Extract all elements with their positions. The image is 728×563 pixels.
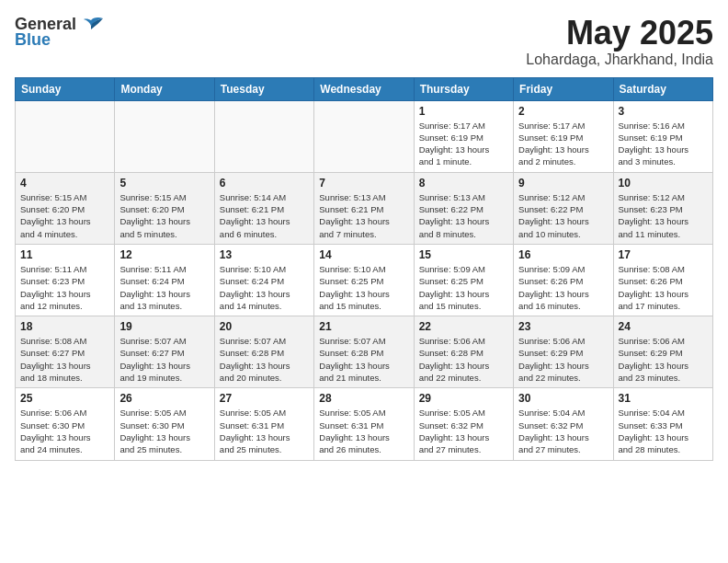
weekday-header-sunday: Sunday — [16, 77, 115, 100]
weekday-header-saturday: Saturday — [613, 77, 712, 100]
day-cell-11: 11Sunrise: 5:11 AMSunset: 6:23 PMDayligh… — [16, 244, 115, 316]
day-info: Sunrise: 5:14 AMSunset: 6:21 PMDaylight:… — [220, 191, 309, 240]
day-number: 31 — [619, 392, 708, 405]
week-row-2: 4Sunrise: 5:15 AMSunset: 6:20 PMDaylight… — [16, 172, 713, 244]
day-number: 11 — [20, 248, 109, 261]
day-info: Sunrise: 5:04 AMSunset: 6:32 PMDaylight:… — [518, 407, 608, 455]
day-number: 18 — [20, 320, 109, 333]
day-cell-15: 15Sunrise: 5:09 AMSunset: 6:25 PMDayligh… — [414, 244, 513, 316]
day-info: Sunrise: 5:12 AMSunset: 6:23 PMDaylight:… — [619, 191, 708, 240]
day-number: 15 — [419, 248, 508, 261]
weekday-header-wednesday: Wednesday — [314, 77, 414, 100]
day-cell-31: 31Sunrise: 5:04 AMSunset: 6:33 PMDayligh… — [613, 388, 712, 460]
day-number: 29 — [419, 392, 508, 405]
empty-cell — [16, 100, 115, 172]
location-title: Lohardaga, Jharkhand, India — [526, 52, 713, 68]
day-number: 23 — [518, 320, 608, 333]
empty-cell — [314, 100, 414, 172]
day-cell-12: 12Sunrise: 5:11 AMSunset: 6:24 PMDayligh… — [115, 244, 214, 316]
day-info: Sunrise: 5:07 AMSunset: 6:27 PMDaylight:… — [119, 335, 209, 384]
weekday-header-monday: Monday — [115, 77, 214, 100]
day-cell-23: 23Sunrise: 5:06 AMSunset: 6:29 PMDayligh… — [514, 316, 613, 388]
day-info: Sunrise: 5:06 AMSunset: 6:28 PMDaylight:… — [419, 335, 508, 384]
day-number: 16 — [518, 248, 608, 261]
day-number: 26 — [119, 392, 209, 405]
day-number: 13 — [220, 248, 309, 261]
day-cell-26: 26Sunrise: 5:05 AMSunset: 6:30 PMDayligh… — [115, 388, 214, 460]
day-cell-19: 19Sunrise: 5:07 AMSunset: 6:27 PMDayligh… — [115, 316, 214, 388]
day-info: Sunrise: 5:17 AMSunset: 6:19 PMDaylight:… — [419, 120, 508, 168]
day-number: 25 — [20, 392, 109, 405]
weekday-header-row: SundayMondayTuesdayWednesdayThursdayFrid… — [16, 77, 713, 100]
day-cell-5: 5Sunrise: 5:15 AMSunset: 6:20 PMDaylight… — [115, 172, 214, 244]
day-number: 8 — [419, 177, 508, 190]
weekday-header-friday: Friday — [514, 77, 613, 100]
page-header: General Blue May 2025 Lohardaga, Jharkha… — [15, 15, 713, 68]
day-number: 1 — [419, 105, 508, 118]
day-info: Sunrise: 5:07 AMSunset: 6:28 PMDaylight:… — [220, 335, 309, 384]
day-cell-24: 24Sunrise: 5:06 AMSunset: 6:29 PMDayligh… — [613, 316, 712, 388]
day-cell-14: 14Sunrise: 5:10 AMSunset: 6:25 PMDayligh… — [314, 244, 414, 316]
weekday-header-thursday: Thursday — [414, 77, 513, 100]
day-cell-2: 2Sunrise: 5:17 AMSunset: 6:19 PMDaylight… — [514, 100, 613, 172]
day-info: Sunrise: 5:05 AMSunset: 6:31 PMDaylight:… — [220, 407, 309, 455]
day-number: 20 — [220, 320, 309, 333]
day-info: Sunrise: 5:07 AMSunset: 6:28 PMDaylight:… — [319, 335, 408, 384]
day-info: Sunrise: 5:10 AMSunset: 6:25 PMDaylight:… — [319, 263, 408, 312]
calendar-table: SundayMondayTuesdayWednesdayThursdayFrid… — [15, 77, 713, 461]
day-info: Sunrise: 5:11 AMSunset: 6:23 PMDaylight:… — [20, 263, 109, 312]
title-block: May 2025 Lohardaga, Jharkhand, India — [526, 15, 713, 68]
week-row-4: 18Sunrise: 5:08 AMSunset: 6:27 PMDayligh… — [16, 316, 713, 388]
day-cell-3: 3Sunrise: 5:16 AMSunset: 6:19 PMDaylight… — [613, 100, 712, 172]
day-info: Sunrise: 5:05 AMSunset: 6:31 PMDaylight:… — [319, 407, 408, 455]
day-info: Sunrise: 5:17 AMSunset: 6:19 PMDaylight:… — [518, 120, 608, 168]
day-cell-27: 27Sunrise: 5:05 AMSunset: 6:31 PMDayligh… — [214, 388, 313, 460]
day-cell-18: 18Sunrise: 5:08 AMSunset: 6:27 PMDayligh… — [16, 316, 115, 388]
day-cell-1: 1Sunrise: 5:17 AMSunset: 6:19 PMDaylight… — [414, 100, 513, 172]
day-number: 19 — [119, 320, 209, 333]
day-number: 2 — [518, 105, 608, 118]
day-cell-28: 28Sunrise: 5:05 AMSunset: 6:31 PMDayligh… — [314, 388, 414, 460]
day-cell-4: 4Sunrise: 5:15 AMSunset: 6:20 PMDaylight… — [16, 172, 115, 244]
day-cell-22: 22Sunrise: 5:06 AMSunset: 6:28 PMDayligh… — [414, 316, 513, 388]
weekday-header-tuesday: Tuesday — [214, 77, 313, 100]
day-number: 6 — [220, 177, 309, 190]
day-info: Sunrise: 5:06 AMSunset: 6:29 PMDaylight:… — [619, 335, 708, 384]
day-info: Sunrise: 5:06 AMSunset: 6:30 PMDaylight:… — [20, 407, 109, 455]
day-cell-9: 9Sunrise: 5:12 AMSunset: 6:22 PMDaylight… — [514, 172, 613, 244]
day-number: 10 — [619, 177, 708, 190]
day-number: 7 — [319, 177, 408, 190]
day-info: Sunrise: 5:12 AMSunset: 6:22 PMDaylight:… — [518, 191, 608, 240]
day-info: Sunrise: 5:10 AMSunset: 6:24 PMDaylight:… — [220, 263, 309, 312]
day-number: 14 — [319, 248, 408, 261]
day-number: 28 — [319, 392, 408, 405]
day-cell-8: 8Sunrise: 5:13 AMSunset: 6:22 PMDaylight… — [414, 172, 513, 244]
day-cell-25: 25Sunrise: 5:06 AMSunset: 6:30 PMDayligh… — [16, 388, 115, 460]
day-info: Sunrise: 5:05 AMSunset: 6:30 PMDaylight:… — [119, 407, 209, 455]
day-number: 27 — [220, 392, 309, 405]
day-info: Sunrise: 5:15 AMSunset: 6:20 PMDaylight:… — [119, 191, 209, 240]
day-info: Sunrise: 5:05 AMSunset: 6:32 PMDaylight:… — [419, 407, 508, 455]
day-number: 24 — [619, 320, 708, 333]
day-cell-16: 16Sunrise: 5:09 AMSunset: 6:26 PMDayligh… — [514, 244, 613, 316]
day-cell-13: 13Sunrise: 5:10 AMSunset: 6:24 PMDayligh… — [214, 244, 313, 316]
day-info: Sunrise: 5:16 AMSunset: 6:19 PMDaylight:… — [619, 120, 708, 168]
day-number: 9 — [518, 177, 608, 190]
day-number: 22 — [419, 320, 508, 333]
day-info: Sunrise: 5:09 AMSunset: 6:25 PMDaylight:… — [419, 263, 508, 312]
day-cell-21: 21Sunrise: 5:07 AMSunset: 6:28 PMDayligh… — [314, 316, 414, 388]
week-row-3: 11Sunrise: 5:11 AMSunset: 6:23 PMDayligh… — [16, 244, 713, 316]
day-cell-20: 20Sunrise: 5:07 AMSunset: 6:28 PMDayligh… — [214, 316, 313, 388]
week-row-5: 25Sunrise: 5:06 AMSunset: 6:30 PMDayligh… — [16, 388, 713, 460]
day-cell-30: 30Sunrise: 5:04 AMSunset: 6:32 PMDayligh… — [514, 388, 613, 460]
empty-cell — [115, 100, 214, 172]
day-number: 4 — [20, 177, 109, 190]
day-info: Sunrise: 5:09 AMSunset: 6:26 PMDaylight:… — [518, 263, 608, 312]
day-cell-17: 17Sunrise: 5:08 AMSunset: 6:26 PMDayligh… — [613, 244, 712, 316]
day-cell-7: 7Sunrise: 5:13 AMSunset: 6:21 PMDaylight… — [314, 172, 414, 244]
day-number: 17 — [619, 248, 708, 261]
day-number: 30 — [518, 392, 608, 405]
day-info: Sunrise: 5:04 AMSunset: 6:33 PMDaylight:… — [619, 407, 708, 455]
day-info: Sunrise: 5:08 AMSunset: 6:26 PMDaylight:… — [619, 263, 708, 312]
day-cell-10: 10Sunrise: 5:12 AMSunset: 6:23 PMDayligh… — [613, 172, 712, 244]
